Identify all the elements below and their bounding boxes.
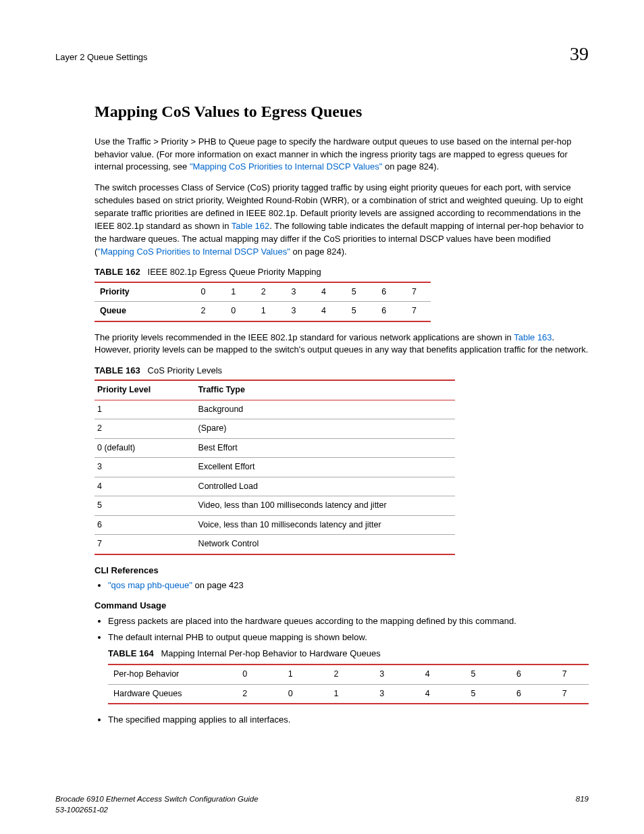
table-row: 0 (default)Best Effort bbox=[95, 438, 455, 458]
table-164: Per-hop Behavior 0 1 2 3 4 5 6 7 Hardwar… bbox=[108, 664, 589, 704]
table-row: 3Excellent Effort bbox=[95, 458, 455, 477]
link-table-163[interactable]: Table 163 bbox=[514, 332, 552, 342]
table-164-caption: TABLE 164 Mapping Internal Per-hop Behav… bbox=[108, 648, 589, 660]
footer-left: Brocade 6910 Ethernet Access Switch Conf… bbox=[55, 793, 259, 815]
intro-paragraph-1: Use the Traffic > Priority > PHB to Queu… bbox=[95, 136, 589, 174]
table-row: 6Voice, less than 10 milliseconds latenc… bbox=[95, 515, 455, 535]
page-header: Layer 2 Queue Settings 39 bbox=[55, 41, 589, 67]
main-content: Mapping CoS Values to Egress Queues Use … bbox=[95, 101, 589, 726]
table-row: 2(Spare) bbox=[95, 419, 455, 439]
page-title: Mapping CoS Values to Egress Queues bbox=[95, 101, 589, 124]
link-table-162[interactable]: Table 162 bbox=[232, 221, 269, 231]
table-row: Priority 0 1 2 3 4 5 6 7 bbox=[95, 282, 431, 302]
cli-references-list: "qos map phb-queue" on page 423 bbox=[95, 579, 589, 592]
table-row: 4Controlled Load bbox=[95, 477, 455, 496]
table-row: Hardware Queues 2 0 1 3 4 5 6 7 bbox=[108, 684, 589, 704]
table-row: 7Network Control bbox=[95, 535, 455, 554]
intro-paragraph-2: The switch processes Class of Service (C… bbox=[95, 182, 589, 258]
header-section-title: Layer 2 Queue Settings bbox=[55, 51, 148, 63]
link-qos-map[interactable]: "qos map phb-queue" bbox=[108, 580, 192, 590]
table-row: 1Background bbox=[95, 400, 455, 419]
paragraph-3: The priority levels recommended in the I… bbox=[95, 332, 589, 357]
list-item: "qos map phb-queue" on page 423 bbox=[108, 579, 589, 592]
table-row: Queue 2 0 1 3 4 5 6 7 bbox=[95, 302, 431, 321]
list-item: Egress packets are placed into the hardw… bbox=[108, 615, 589, 627]
command-usage-list: Egress packets are placed into the hardw… bbox=[95, 615, 589, 727]
table-163: Priority Level Traffic Type 1Background … bbox=[95, 380, 455, 555]
list-item: The specified mapping applies to all int… bbox=[108, 714, 589, 726]
list-item: The default internal PHB to output queue… bbox=[108, 631, 589, 704]
header-chapter-number: 39 bbox=[570, 41, 589, 67]
table-163-caption: TABLE 163 CoS Priority Levels bbox=[95, 365, 589, 377]
page-footer: Brocade 6910 Ethernet Access Switch Conf… bbox=[55, 793, 589, 815]
table-162: Priority 0 1 2 3 4 5 6 7 Queue 2 0 1 3 4… bbox=[95, 282, 431, 322]
command-usage-heading: Command Usage bbox=[95, 600, 589, 612]
footer-page-number: 819 bbox=[576, 793, 589, 815]
table-header-traffic-type: Traffic Type bbox=[196, 380, 456, 400]
table-row: Per-hop Behavior 0 1 2 3 4 5 6 7 bbox=[108, 664, 589, 684]
cli-references-heading: CLI References bbox=[95, 565, 589, 577]
link-mapping-cos-2[interactable]: "Mapping CoS Priorities to Internal DSCP… bbox=[97, 246, 290, 257]
table-162-caption: TABLE 162 IEEE 802.1p Egress Queue Prior… bbox=[95, 266, 589, 278]
table-header-priority-level: Priority Level bbox=[95, 380, 196, 400]
table-row: 5Video, less than 100 milliseconds laten… bbox=[95, 496, 455, 516]
link-mapping-cos-1[interactable]: "Mapping CoS Priorities to Internal DSCP… bbox=[190, 161, 383, 172]
